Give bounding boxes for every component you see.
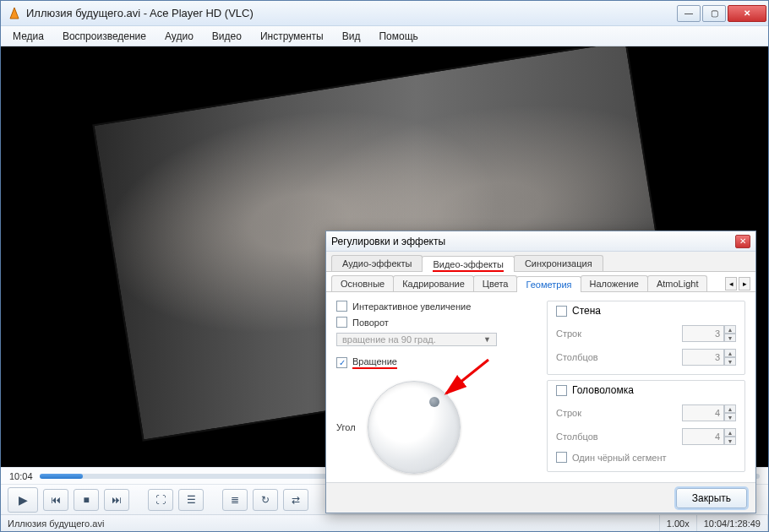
window-title: Иллюзия будущего.avi - Ace Player HD (VL… <box>26 7 677 19</box>
dialog-titlebar[interactable]: Регулировки и эффекты ✕ <box>326 231 755 252</box>
close-button[interactable]: ✕ <box>728 5 766 22</box>
playlist-button[interactable]: ≣ <box>222 489 248 511</box>
shuffle-button[interactable]: ⇄ <box>283 489 308 511</box>
app-icon <box>8 7 21 20</box>
subtab-crop[interactable]: Кадрирование <box>393 275 474 291</box>
menubar: Медиа Воспроизведение Аудио Видео Инстру… <box>1 26 768 46</box>
puzzle-group: Головоломка Строк ▲▼ Столбцов ▲▼ <box>547 380 745 472</box>
rotate-label: Поворот <box>352 318 389 328</box>
sub-tabs: Основные Кадрирование Цвета Геометрия На… <box>326 272 755 292</box>
geometry-left-column: Интерактивное увеличение Поворот вращени… <box>336 301 535 474</box>
fullscreen-button[interactable]: ⛶ <box>148 489 173 511</box>
menu-audio[interactable]: Аудио <box>156 28 202 45</box>
titlebar: Иллюзия будущего.avi - Ace Player HD (VL… <box>1 1 768 26</box>
wall-title: Стена <box>572 305 601 317</box>
interactive-zoom-label: Интерактивное увеличение <box>352 301 471 312</box>
wall-rows-label: Строк <box>556 328 581 339</box>
subtab-overlay[interactable]: Наложение <box>581 275 648 291</box>
tab-audio-effects[interactable]: Аудио-эффекты <box>331 255 423 271</box>
black-segment-label: Один чёрный сегмент <box>572 453 667 463</box>
spin-down-icon[interactable]: ▼ <box>724 413 736 421</box>
puzzle-rows-label: Строк <box>556 408 581 418</box>
menu-tools[interactable]: Инструменты <box>252 28 332 45</box>
tab-sync[interactable]: Синхронизация <box>514 255 603 271</box>
dialog-body: Интерактивное увеличение Поворот вращени… <box>326 292 755 482</box>
statusbar: Иллюзия будущего.avi 1.00x 10:04/1:28:49 <box>1 514 768 531</box>
puzzle-title: Головоломка <box>572 384 634 396</box>
menu-media[interactable]: Медиа <box>4 28 52 45</box>
spin-up-icon[interactable]: ▲ <box>724 349 736 357</box>
play-button[interactable]: ▶ <box>8 487 38 513</box>
next-button[interactable]: ⏭ <box>104 489 129 511</box>
svg-marker-0 <box>10 8 19 19</box>
status-time: 10:04/1:28:49 <box>697 515 768 531</box>
dial-indicator <box>429 397 439 407</box>
main-tabs: Аудио-эффекты Видео-эффекты Синхронизаци… <box>326 252 755 272</box>
wall-group: Стена Строк ▲▼ Столбцов ▲▼ <box>547 301 745 375</box>
interactive-zoom-checkbox[interactable] <box>336 301 347 312</box>
menu-view[interactable]: Вид <box>334 28 369 45</box>
menu-help[interactable]: Помощь <box>370 28 426 45</box>
spin-label: Вращение <box>352 356 397 369</box>
seek-current-time: 10:04 <box>9 471 33 481</box>
puzzle-cols-spinner[interactable]: ▲▼ <box>682 428 736 445</box>
subtab-colors[interactable]: Цвета <box>473 275 518 291</box>
subtab-atmolight[interactable]: AtmoLight <box>647 275 708 291</box>
loop-button[interactable]: ↻ <box>253 489 278 511</box>
status-file: Иллюзия будущего.avi <box>1 515 660 531</box>
subtab-basic[interactable]: Основные <box>331 275 394 291</box>
subtab-scroll-right[interactable]: ▸ <box>739 277 750 290</box>
menu-video[interactable]: Видео <box>204 28 250 45</box>
angle-dial[interactable] <box>368 381 461 474</box>
angle-label: Угол <box>336 422 356 432</box>
spin-checkbox[interactable] <box>336 357 347 368</box>
prev-button[interactable]: ⏮ <box>43 489 68 511</box>
spin-up-icon[interactable]: ▲ <box>724 428 736 437</box>
minimize-button[interactable]: — <box>677 5 701 22</box>
wall-rows-value[interactable] <box>682 325 724 342</box>
spin-down-icon[interactable]: ▼ <box>724 357 736 366</box>
chevron-down-icon: ▼ <box>483 335 491 344</box>
subtab-scroll-left[interactable]: ◂ <box>725 277 737 290</box>
effects-dialog: Регулировки и эффекты ✕ Аудио-эффекты Ви… <box>325 231 756 513</box>
wall-rows-spinner[interactable]: ▲▼ <box>682 325 736 342</box>
subtab-geometry[interactable]: Геометрия <box>516 276 581 292</box>
dialog-footer: Закрыть <box>326 482 755 513</box>
wall-cols-spinner[interactable]: ▲▼ <box>682 349 736 366</box>
puzzle-cols-label: Столбцов <box>556 432 598 442</box>
spin-up-icon[interactable]: ▲ <box>724 325 736 334</box>
puzzle-cols-value[interactable] <box>682 428 724 445</box>
puzzle-rows-spinner[interactable]: ▲▼ <box>682 404 736 421</box>
dialog-title: Регулировки и эффекты <box>331 236 735 247</box>
dialog-close-button[interactable]: Закрыть <box>676 488 747 508</box>
wall-cols-label: Столбцов <box>556 352 598 362</box>
extended-settings-button[interactable]: ☰ <box>178 489 204 511</box>
rotate-combo-value: вращение на 90 град. <box>342 334 436 345</box>
status-speed[interactable]: 1.00x <box>660 515 697 531</box>
tab-video-effects[interactable]: Видео-эффекты <box>422 256 515 272</box>
spin-down-icon[interactable]: ▼ <box>724 334 736 342</box>
spin-up-icon[interactable]: ▲ <box>724 404 736 413</box>
menu-playback[interactable]: Воспроизведение <box>54 28 155 45</box>
maximize-button[interactable]: ▢ <box>702 5 726 22</box>
geometry-right-column: Стена Строк ▲▼ Столбцов ▲▼ <box>547 301 745 474</box>
wall-checkbox[interactable] <box>556 306 567 317</box>
puzzle-rows-value[interactable] <box>682 404 724 421</box>
wall-cols-value[interactable] <box>682 349 724 366</box>
rotate-checkbox[interactable] <box>336 317 347 328</box>
spin-down-icon[interactable]: ▼ <box>724 437 736 445</box>
dialog-close-icon[interactable]: ✕ <box>735 235 750 248</box>
black-segment-checkbox[interactable] <box>556 452 567 463</box>
rotate-combo[interactable]: вращение на 90 град. ▼ <box>336 333 497 346</box>
puzzle-checkbox[interactable] <box>556 385 567 396</box>
stop-button[interactable]: ■ <box>74 489 99 511</box>
